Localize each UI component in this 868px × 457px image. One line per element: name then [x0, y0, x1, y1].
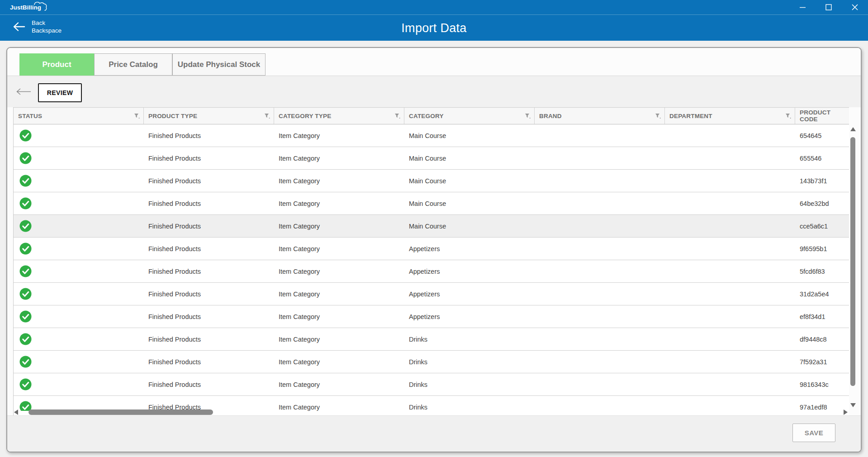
table-header-row: STATUSPRODUCT TYPECATEGORY TYPECATEGORYB…	[14, 107, 849, 124]
grid-back-button[interactable]	[16, 88, 31, 97]
justbilling-logo: JustBilling	[9, 1, 68, 15]
back-button[interactable]: Back Backspace	[13, 19, 62, 34]
department-cell	[665, 192, 795, 214]
status-cell	[14, 283, 144, 305]
table-row[interactable]: Finished ProductsItem CategoryAppetizers…	[14, 283, 849, 305]
vertical-scrollbar-thumb[interactable]	[850, 137, 855, 386]
table-row[interactable]: Finished ProductsItem CategoryDrinksdf94…	[14, 328, 849, 351]
filter-funnel-icon[interactable]	[655, 113, 661, 120]
table-row[interactable]: Finished ProductsItem CategoryDrinks7f59…	[14, 351, 849, 373]
status-cell	[14, 192, 144, 214]
product-code-cell: 5fcd6f83	[795, 260, 849, 282]
scroll-right-icon[interactable]	[844, 409, 848, 415]
review-button[interactable]: REVIEW	[38, 83, 82, 102]
column-header-label: BRAND	[539, 113, 562, 119]
filter-funnel-icon[interactable]	[264, 113, 270, 120]
category-cell: Appetizers	[404, 305, 535, 328]
save-button[interactable]: SAVE	[792, 424, 835, 442]
category-cell: Main Course	[404, 147, 535, 169]
scroll-up-icon[interactable]	[850, 127, 856, 131]
column-header-product-type[interactable]: PRODUCT TYPE	[144, 108, 274, 124]
status-cell	[14, 124, 144, 147]
product-type-cell: Finished Products	[144, 238, 274, 260]
table-row[interactable]: Finished ProductsItem CategoryMain Cours…	[14, 215, 849, 238]
column-header-department[interactable]: DEPARTMENT	[665, 108, 795, 124]
table-row[interactable]: Finished ProductsItem CategoryAppetizers…	[14, 238, 849, 260]
table-row[interactable]: Finished ProductsItem CategoryMain Cours…	[14, 192, 849, 215]
table-row[interactable]: Finished ProductsItem CategoryDrinks9816…	[14, 373, 849, 396]
table-body: Finished ProductsItem CategoryMain Cours…	[14, 124, 849, 411]
status-ok-icon	[19, 378, 32, 390]
product-type-cell: Finished Products	[144, 260, 274, 282]
category-type-cell: Item Category	[274, 124, 404, 147]
column-header-product-code[interactable]: PRODUCT CODE	[795, 108, 849, 124]
column-header-brand[interactable]: BRAND	[535, 108, 665, 124]
app-header: Import Data Back Backspace	[0, 14, 868, 41]
category-type-cell: Item Category	[274, 215, 404, 237]
product-code-cell: ef8f34d1	[795, 305, 849, 328]
brand-cell	[535, 192, 665, 214]
product-type-cell: Finished Products	[144, 170, 274, 192]
column-header-label: DEPARTMENT	[669, 113, 712, 119]
back-label-line2: Backspace	[32, 27, 62, 34]
status-ok-icon	[19, 243, 32, 255]
minimize-button[interactable]	[789, 0, 816, 14]
category-type-cell: Item Category	[274, 328, 404, 350]
status-cell	[14, 260, 144, 282]
status-cell	[14, 351, 144, 373]
category-cell: Main Course	[404, 170, 535, 192]
brand-cell	[535, 260, 665, 282]
department-cell	[665, 147, 795, 169]
window-controls	[789, 0, 868, 14]
table-row[interactable]: Finished ProductsItem CategoryAppetizers…	[14, 260, 849, 283]
maximize-button[interactable]	[816, 0, 842, 14]
product-code-cell: df9448c8	[795, 328, 849, 350]
column-header-status[interactable]: STATUS	[14, 108, 144, 124]
product-code-cell: cce5a6c1	[795, 215, 849, 237]
filter-funnel-icon[interactable]	[785, 113, 791, 120]
column-header-category-type[interactable]: CATEGORY TYPE	[274, 108, 404, 124]
table-row[interactable]: Finished ProductsItem CategoryMain Cours…	[14, 170, 849, 192]
product-code-cell: 143b73f1	[795, 170, 849, 192]
department-cell	[665, 215, 795, 237]
category-cell: Main Course	[404, 124, 535, 147]
brand-cell	[535, 147, 665, 169]
product-type-cell: Finished Products	[144, 124, 274, 147]
tab-product[interactable]: Product	[19, 53, 94, 76]
department-cell	[665, 328, 795, 350]
tab-price-catalog[interactable]: Price Catalog	[94, 53, 172, 76]
status-ok-icon	[19, 310, 32, 323]
status-ok-icon	[19, 152, 32, 164]
filter-funnel-icon[interactable]	[394, 113, 400, 120]
column-header-label: STATUS	[18, 113, 42, 119]
table-row[interactable]: Finished ProductsItem CategoryAppetizers…	[14, 305, 849, 328]
category-cell: Drinks	[404, 351, 535, 373]
category-cell: Drinks	[404, 328, 535, 350]
maximize-icon	[825, 4, 832, 10]
column-header-label: PRODUCT TYPE	[148, 113, 197, 119]
column-header-category[interactable]: CATEGORY	[404, 108, 535, 124]
department-cell	[665, 124, 795, 147]
table-row[interactable]: Finished ProductsItem CategoryMain Cours…	[14, 124, 849, 147]
status-cell	[14, 328, 144, 350]
status-cell	[14, 147, 144, 169]
horizontal-scrollbar[interactable]	[13, 409, 849, 415]
department-cell	[665, 305, 795, 328]
product-type-cell: Finished Products	[144, 215, 274, 237]
department-cell	[665, 283, 795, 305]
filter-funnel-icon[interactable]	[525, 113, 531, 120]
category-type-cell: Item Category	[274, 170, 404, 192]
column-header-label: CATEGORY	[409, 113, 444, 119]
scroll-left-icon[interactable]	[14, 409, 18, 415]
vertical-scrollbar[interactable]	[849, 124, 856, 411]
horizontal-scrollbar-thumb[interactable]	[28, 409, 213, 415]
table-row[interactable]: Finished ProductsItem CategoryMain Cours…	[14, 147, 849, 170]
category-type-cell: Item Category	[274, 373, 404, 395]
tab-update-physical-stock[interactable]: Update Physical Stock	[172, 53, 266, 76]
close-button[interactable]	[842, 0, 868, 14]
status-ok-icon	[19, 333, 32, 345]
page-title: Import Data	[0, 15, 868, 41]
category-cell: Appetizers	[404, 260, 535, 282]
scroll-down-icon[interactable]	[850, 403, 856, 407]
filter-funnel-icon[interactable]	[134, 113, 140, 120]
